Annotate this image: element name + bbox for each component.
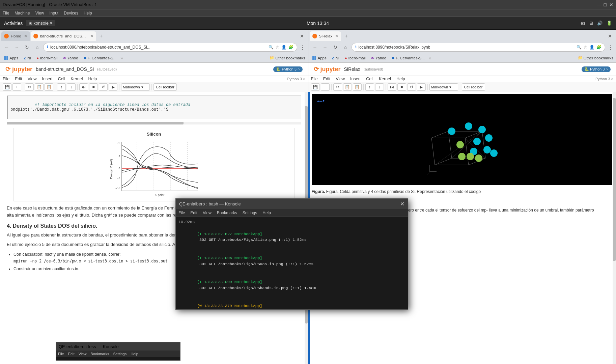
menu-icon-right[interactable]: ⋮: [607, 44, 613, 51]
forward-button-right[interactable]: →: [321, 43, 329, 51]
tb-paste[interactable]: 📋: [45, 83, 53, 91]
konsole-terminal[interactable]: 10.92ms [I 13:33:22.827 NotebookApp] 302…: [176, 217, 408, 309]
bm-ibero-left[interactable]: ● Ibero-mail: [35, 55, 59, 61]
konsole-taskbar-button[interactable]: ▣ konsole ▾: [26, 20, 55, 26]
tb-copy-r[interactable]: 📋: [343, 83, 352, 91]
address-bar-right[interactable]: ℹ localhost:8890/notebooks/SiRelax.ipynb…: [352, 43, 606, 52]
address-bar-left[interactable]: ℹ localhost:8890/notebooks/band-structre…: [43, 43, 297, 52]
bm-more-left[interactable]: »: [120, 55, 123, 61]
vm-menu-help[interactable]: Help: [84, 11, 92, 16]
vm-maximize[interactable]: □: [604, 2, 607, 7]
jmenu-cell-right[interactable]: Cell: [366, 77, 373, 81]
tb-celltoolbar-r[interactable]: CellToolbar: [462, 83, 485, 91]
jmenu-cell-left[interactable]: Cell: [58, 77, 65, 81]
menu-icon-left[interactable]: ⋮: [299, 44, 305, 51]
ksm-settings[interactable]: Settings: [113, 352, 127, 356]
tb-celltoolbar[interactable]: CellToolbar: [153, 83, 177, 91]
bm-ni-right[interactable]: Z NI: [331, 55, 341, 61]
notebook-name-left[interactable]: band-structre_and_DOS_Si: [36, 66, 94, 72]
bm-more-right[interactable]: »: [429, 55, 431, 61]
konsole-close-button[interactable]: ✕: [400, 201, 404, 207]
back-button-right[interactable]: ←: [311, 43, 319, 51]
jmenu-insert-right[interactable]: Insert: [350, 77, 361, 81]
jmenu-view-left[interactable]: View: [28, 77, 37, 81]
km-bookmarks[interactable]: Bookmarks: [217, 211, 237, 215]
tb-copy[interactable]: 📋: [35, 83, 44, 91]
tb-save-r[interactable]: 💾: [311, 83, 320, 91]
jmenu-view-right[interactable]: View: [336, 77, 345, 81]
jmenu-kernel-right[interactable]: Kernel: [379, 77, 391, 81]
jmenu-help-left[interactable]: Help: [88, 77, 97, 81]
ksm-bookmarks[interactable]: Bookmarks: [90, 352, 109, 356]
tb-paste-r[interactable]: 📋: [353, 83, 362, 91]
konsole-main[interactable]: QE-enlalbero : bash — Konsole ✕ File Edi…: [175, 198, 408, 310]
tb-restart-r[interactable]: ↺: [407, 83, 416, 91]
bm-cervantes-right[interactable]: ◆ F. Cervantes-S...: [390, 55, 426, 61]
tb-cut-r[interactable]: ✂: [333, 83, 342, 91]
ksm-view[interactable]: View: [79, 352, 87, 356]
activities-button[interactable]: Activities: [4, 21, 23, 26]
vm-menu-machine[interactable]: Machine: [15, 11, 30, 16]
bm-apps-left[interactable]: Apps: [3, 55, 20, 61]
tab-close-home[interactable]: ✕: [24, 34, 27, 38]
tb-save[interactable]: 💾: [3, 83, 11, 91]
browser-close-right[interactable]: ✕: [605, 33, 615, 39]
extensions-icon-left[interactable]: 🧩: [288, 45, 293, 50]
tb-interrupt-r[interactable]: ■: [397, 83, 406, 91]
km-file[interactable]: File: [178, 211, 185, 215]
ksm-file[interactable]: File: [58, 352, 64, 356]
km-view[interactable]: View: [203, 211, 212, 215]
new-tab-button-left[interactable]: +: [97, 32, 106, 40]
bm-ni-left[interactable]: Z NI: [22, 55, 32, 61]
scrollbar-right[interactable]: [613, 92, 616, 364]
code-scrollbar[interactable]: [7, 122, 301, 124]
notebook-name-right[interactable]: SiRelax: [344, 66, 360, 72]
tab-close-band[interactable]: ✕: [90, 34, 93, 38]
vm-close[interactable]: ✕: [609, 2, 613, 7]
bm-yahoo-left[interactable]: ✉ Yahoo: [61, 55, 79, 61]
tab-band-structure[interactable]: band-structre_and_DOS_S... ✕: [31, 31, 96, 41]
extensions-icon-right[interactable]: 🧩: [596, 45, 601, 50]
tb-run-all[interactable]: ⏭: [79, 83, 88, 91]
tb-add-cell[interactable]: +: [12, 83, 21, 91]
jmenu-insert-left[interactable]: Insert: [42, 77, 53, 81]
star-icon-left[interactable]: ☆: [276, 45, 279, 50]
language-indicator[interactable]: es: [581, 21, 585, 26]
back-button-left[interactable]: ←: [3, 43, 11, 51]
tab-close-sirelax[interactable]: ✕: [335, 34, 338, 38]
tab-sirelax[interactable]: SiRelax ✕: [310, 31, 341, 41]
bm-apps-right[interactable]: Apps: [311, 55, 328, 61]
tb-cell-type-r[interactable]: Markdown ▾: [429, 83, 458, 91]
vm-menu-input[interactable]: Input: [50, 11, 59, 16]
tb-run[interactable]: ▶: [109, 83, 117, 91]
jmenu-help-right[interactable]: Help: [396, 77, 405, 81]
vm-menu-devices[interactable]: Devices: [64, 11, 78, 16]
bm-cervantes-left[interactable]: ◆ F. Cervantes-S...: [82, 55, 118, 61]
konsole-small[interactable]: QE-enlalbero : less — Konsole File Edit …: [56, 342, 180, 361]
tb-add-cell-r[interactable]: +: [321, 83, 330, 91]
vm-window-controls[interactable]: ─ □ ✕: [598, 2, 613, 7]
km-settings[interactable]: Settings: [243, 211, 257, 215]
jmenu-kernel-left[interactable]: Kernel: [71, 77, 83, 81]
tb-cut[interactable]: ✂: [25, 83, 34, 91]
star-icon-right[interactable]: ☆: [584, 45, 587, 50]
jmenu-edit-right[interactable]: Edit: [323, 77, 331, 81]
tab-home[interactable]: Home ✕: [1, 31, 30, 41]
volume-icon[interactable]: 🔊: [597, 21, 603, 26]
tb-move-down-r[interactable]: ↓: [375, 83, 384, 91]
tb-move-up[interactable]: ↑: [57, 83, 66, 91]
tb-move-down[interactable]: ↓: [67, 83, 76, 91]
tb-move-up-r[interactable]: ↑: [365, 83, 374, 91]
km-edit[interactable]: Edit: [190, 211, 197, 215]
home-button-right[interactable]: ⌂: [341, 43, 349, 51]
bm-other-left[interactable]: 📁 Other bookmarks: [270, 56, 305, 60]
jmenu-file-right[interactable]: File: [311, 77, 318, 81]
vm-minimize[interactable]: ─: [598, 2, 601, 7]
tb-cell-type[interactable]: Markdown ▾: [121, 83, 150, 91]
bm-ibero-right[interactable]: ● Ibero-mail: [343, 55, 367, 61]
bm-other-right[interactable]: 📁 Other bookmarks: [578, 56, 613, 60]
km-help[interactable]: Help: [262, 211, 271, 215]
vm-menu-file[interactable]: File: [3, 11, 9, 16]
reload-button-right[interactable]: ↻: [331, 43, 339, 51]
browser-close-left[interactable]: ✕: [297, 33, 307, 39]
